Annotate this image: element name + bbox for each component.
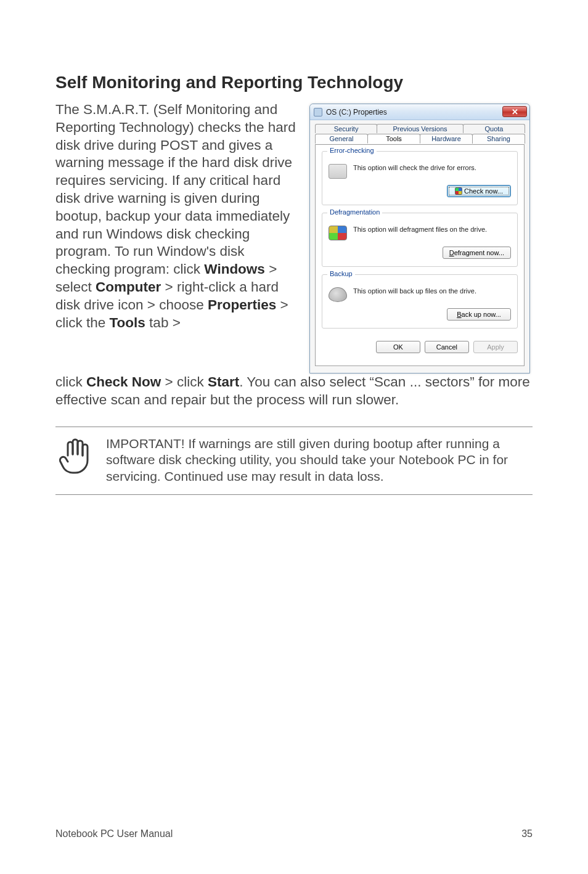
bold-properties: Properties <box>208 297 276 312</box>
hdd-icon <box>329 164 347 179</box>
para-main: The S.M.A.R.T. (Self Monitoring and Repo… <box>55 102 296 277</box>
dialog-body: Security Previous Versions Quota General… <box>310 120 529 373</box>
group-backup: Backup This option will back up files on… <box>322 274 518 329</box>
tab-panel-tools: Error-checking This option will check th… <box>315 144 525 366</box>
important-note: IMPORTANT! If warnings are still given d… <box>55 427 533 495</box>
tab-tools[interactable]: Tools <box>367 134 420 144</box>
page-footer: Notebook PC User Manual 35 <box>55 828 533 839</box>
shield-icon <box>455 187 462 195</box>
bold-windows: Windows <box>204 261 265 277</box>
after1: click <box>55 374 86 390</box>
txt-tab-gt: tab > <box>145 315 181 330</box>
bold-computer: Computer <box>96 279 161 295</box>
btn-row-error: Check now... <box>329 185 511 197</box>
close-button[interactable]: ✕ <box>502 106 527 117</box>
footer-left: Notebook PC User Manual <box>55 828 173 839</box>
bold-start: Start <box>208 374 239 390</box>
tab-row-front: General Tools Hardware Sharing <box>315 134 525 144</box>
btn-row-backup: Back up now... <box>329 308 511 321</box>
cancel-button[interactable]: Cancel <box>425 341 469 353</box>
defrag-accel: D <box>449 249 454 256</box>
dialog-footer: OK Cancel Apply <box>322 336 518 353</box>
tab-sharing[interactable]: Sharing <box>472 134 525 144</box>
dialog-wrap: OS (C:) Properties ✕ Security Previous V… <box>309 104 533 374</box>
tab-general[interactable]: General <box>315 134 368 144</box>
legend-backup: Backup <box>327 270 355 277</box>
dialog-title: OS (C:) Properties <box>326 108 387 116</box>
apply-button[interactable]: Apply <box>473 341 518 353</box>
body-text-wrap: The S.M.A.R.T. (Self Monitoring and Repo… <box>55 101 300 332</box>
note-text: IMPORTANT! If warnings are still given d… <box>106 436 533 484</box>
bold-tools: Tools <box>110 315 145 330</box>
legend-error-checking: Error-checking <box>327 147 377 154</box>
check-now-button[interactable]: Check now... <box>447 185 511 197</box>
section-heading: Self Monitoring and Reporting Technology <box>55 73 533 92</box>
defrag-btn-rest: efragment now... <box>454 249 504 256</box>
backup-now-button[interactable]: Back up now... <box>447 308 511 321</box>
tab-security[interactable]: Security <box>315 124 377 133</box>
after-paragraph: click Check Now > click Start. You can a… <box>55 374 533 409</box>
tab-row-back: Security Previous Versions Quota <box>315 124 525 133</box>
legend-defrag: Defragmentation <box>327 208 382 216</box>
ok-button[interactable]: OK <box>376 341 420 353</box>
backup-accel: B <box>457 311 461 318</box>
defrag-text: This option will defragment files on the… <box>353 226 487 233</box>
group-defragmentation: Defragmentation This option will defragm… <box>322 213 518 267</box>
bold-check-now: Check Now <box>86 374 161 390</box>
body-text-after: click Check Now > click Start. You can a… <box>55 374 533 409</box>
gb-row-error: This option will check the drive for err… <box>329 164 511 179</box>
titlebar[interactable]: OS (C:) Properties ✕ <box>310 104 529 120</box>
backup-text: This option will back up files on the dr… <box>353 287 476 295</box>
check-now-label: Check now... <box>464 187 503 195</box>
tab-previous-versions[interactable]: Previous Versions <box>377 124 463 133</box>
backup-icon <box>329 287 347 302</box>
gb-row-defrag: This option will defragment files on the… <box>329 226 511 240</box>
defrag-icon <box>329 226 347 240</box>
body-paragraph: The S.M.A.R.T. (Self Monitoring and Repo… <box>55 101 300 332</box>
error-check-text: This option will check the drive for err… <box>353 164 476 171</box>
footer-page-number: 35 <box>521 828 533 839</box>
properties-dialog: OS (C:) Properties ✕ Security Previous V… <box>309 104 530 374</box>
backup-btn-rest: ack up now... <box>462 311 501 318</box>
main-row: The S.M.A.R.T. (Self Monitoring and Repo… <box>55 101 533 374</box>
gb-row-backup: This option will back up files on the dr… <box>329 287 511 302</box>
after2: > click <box>161 374 208 390</box>
drive-icon <box>314 108 322 116</box>
defragment-now-button[interactable]: Defragment now... <box>443 247 511 259</box>
tab-quota[interactable]: Quota <box>463 124 525 133</box>
tab-hardware[interactable]: Hardware <box>420 134 473 144</box>
group-error-checking: Error-checking This option will check th… <box>322 151 518 205</box>
tab-strip: Security Previous Versions Quota General… <box>315 124 525 145</box>
btn-row-defrag: Defragment now... <box>329 247 511 259</box>
hand-stop-icon <box>59 437 91 475</box>
